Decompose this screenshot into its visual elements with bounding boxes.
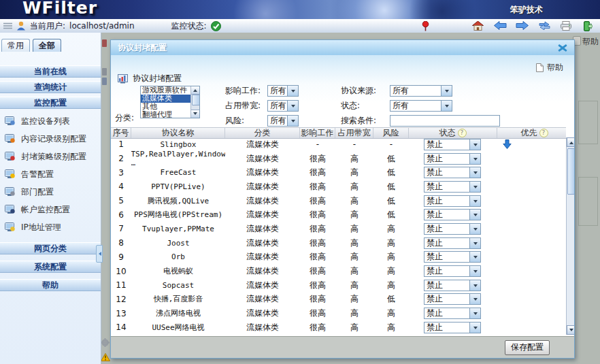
- move-down-arrow-icon[interactable]: [503, 139, 512, 149]
- status-filter-select[interactable]: 所有: [390, 100, 452, 112]
- filter-column-3: 协议来源: 所有 状态: 所有 搜索条件:: [341, 85, 500, 130]
- sidebar-item[interactable]: 监控设备列表: [0, 112, 101, 130]
- tab-all[interactable]: 全部: [33, 39, 61, 52]
- status-select[interactable]: 禁止: [424, 265, 481, 277]
- status-select[interactable]: 禁止: [424, 308, 481, 319]
- status-select[interactable]: 禁止: [424, 181, 481, 193]
- sidebar-item[interactable]: 内容记录级别配置: [0, 130, 101, 148]
- cell-name: 腾讯视频,QQLive: [131, 196, 225, 206]
- scrollbar-thumb[interactable]: [192, 95, 200, 105]
- cell-affect: 很高: [300, 209, 335, 220]
- background-help-link[interactable]: 帮助: [582, 36, 599, 48]
- status-select[interactable]: 禁止: [424, 237, 481, 249]
- category-option[interactable]: 流媒体类: [141, 95, 192, 103]
- print-icon[interactable]: [561, 21, 571, 31]
- status-select[interactable]: 禁止: [424, 139, 481, 150]
- scroll-up-icon[interactable]: [191, 86, 199, 95]
- cell-affect: -: [300, 139, 335, 149]
- sidebar-group[interactable]: 系统配置: [0, 261, 101, 273]
- cell-name: 沸点网络电视: [131, 308, 225, 318]
- bandwidth-filter-label: 占用带宽:: [225, 100, 267, 112]
- source-select[interactable]: 所有: [390, 85, 452, 97]
- status-select[interactable]: 禁止: [424, 195, 481, 207]
- home-icon[interactable]: [472, 21, 484, 31]
- status-select[interactable]: 禁止: [424, 153, 481, 165]
- scrollbar-thumb[interactable]: [567, 148, 574, 195]
- search-input[interactable]: [390, 115, 500, 127]
- help-icon[interactable]: ?: [458, 129, 467, 137]
- dialog-section-header: 协议封堵配置: [118, 73, 182, 84]
- status-value: 禁止: [424, 322, 469, 333]
- back-icon[interactable]: [494, 21, 507, 30]
- refresh-icon[interactable]: [539, 21, 550, 30]
- section-title: 协议封堵配置: [133, 73, 182, 84]
- dialog-help-link[interactable]: 帮助: [536, 62, 563, 73]
- chevron-down-icon: [287, 101, 298, 111]
- menu-icon[interactable]: [3, 22, 12, 29]
- status-select[interactable]: 禁止: [424, 280, 481, 291]
- save-config-button[interactable]: 保存配置: [505, 340, 550, 355]
- table-row: 13沸点网络电视流媒体类很高高高禁止: [111, 306, 566, 320]
- close-icon[interactable]: [558, 44, 567, 52]
- logout-icon[interactable]: [584, 21, 593, 31]
- cell-bandwidth: 高: [335, 308, 373, 319]
- status-select[interactable]: 禁止: [424, 209, 481, 220]
- cell-affect: 很高: [300, 280, 335, 291]
- cell-name: PPS网络电视(PPStream): [131, 210, 225, 220]
- status-select[interactable]: 禁止: [424, 167, 481, 178]
- affect-select[interactable]: 所有: [267, 85, 299, 97]
- sidebar-item[interactable]: 部门配置: [0, 183, 101, 201]
- status-select[interactable]: 禁止: [424, 293, 481, 305]
- cell-status: 禁止: [409, 223, 497, 235]
- sidebar-group[interactable]: 查询统计: [0, 81, 101, 93]
- forward-icon[interactable]: [516, 21, 529, 30]
- cell-affect: 很高: [300, 251, 335, 263]
- tab-common[interactable]: 常用: [1, 39, 30, 52]
- sidebar-group[interactable]: 当前在线: [0, 65, 101, 78]
- help-icon[interactable]: ?: [539, 129, 548, 137]
- scroll-down-icon[interactable]: [191, 110, 199, 118]
- chevron-down-icon: [469, 322, 480, 333]
- sidebar-item[interactable]: IP地址管理: [0, 218, 101, 236]
- cell-risk: 低: [373, 181, 409, 193]
- sidebar-item-label: 告警配置: [21, 169, 54, 180]
- cell-risk: 高: [373, 223, 409, 235]
- status-filter-label: 状态:: [341, 100, 390, 112]
- status-select[interactable]: 禁止: [424, 251, 481, 263]
- sidebar-group[interactable]: 帮助: [0, 279, 101, 291]
- background-strip: [101, 33, 110, 364]
- cell-affect: 很高: [300, 308, 335, 319]
- scroll-down-icon[interactable]: [567, 325, 574, 335]
- sidebar-group[interactable]: 监控配置: [0, 97, 101, 109]
- risk-filter-label: 风险:: [225, 115, 267, 127]
- cell-status: 禁止: [409, 322, 497, 333]
- scroll-up-icon[interactable]: [567, 137, 574, 147]
- sidebar-item[interactable]: 告警配置: [0, 165, 101, 183]
- cell-risk: -: [373, 139, 409, 149]
- cell-status: 禁止: [409, 308, 497, 319]
- listbox-scrollbar[interactable]: [190, 86, 199, 118]
- category-option[interactable]: 游戏股票软件: [141, 86, 192, 95]
- status-select[interactable]: 禁止: [424, 322, 481, 333]
- status-value: 禁止: [424, 308, 469, 318]
- cell-affect: 很高: [300, 293, 335, 305]
- category-option[interactable]: 其他: [141, 103, 192, 111]
- monitor-icon: [5, 152, 16, 161]
- category-option[interactable]: 翻墙代理: [141, 111, 192, 118]
- table-row: 14UUSee网络电视流媒体类很高高高禁止: [111, 320, 566, 335]
- category-listbox[interactable]: 游戏股票软件流媒体类其他翻墙代理电驴类: [140, 86, 200, 118]
- status-select[interactable]: 禁止: [424, 223, 481, 235]
- sidebar-group[interactable]: 网页分类: [0, 242, 101, 254]
- sidebar-item[interactable]: 帐户监控配置: [0, 201, 101, 218]
- cell-category: 流媒体类: [225, 293, 300, 305]
- chevron-down-icon: [441, 101, 452, 111]
- bandwidth-select[interactable]: 所有: [267, 100, 299, 112]
- alert-pin-icon[interactable]: [422, 21, 429, 31]
- sidebar-item[interactable]: 封堵策略级别配置: [0, 148, 101, 165]
- sidebar-collapse-handle[interactable]: [96, 245, 103, 263]
- risk-select[interactable]: 所有: [267, 115, 299, 127]
- cell-no: 5: [111, 196, 131, 205]
- status-value: 禁止: [424, 294, 469, 304]
- sidebar-tabs: 常用 全部: [0, 33, 101, 58]
- table-scrollbar[interactable]: [566, 137, 574, 335]
